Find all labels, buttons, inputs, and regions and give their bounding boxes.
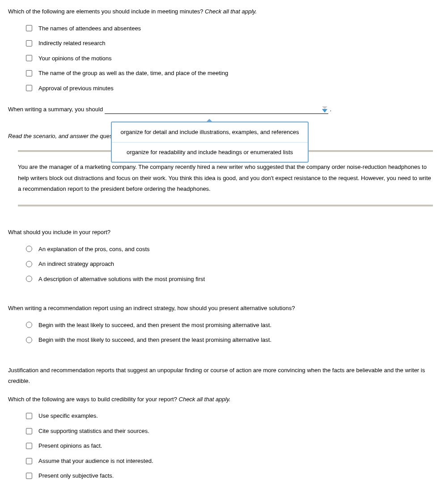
checkbox-icon[interactable] [26,473,32,479]
option-label: An indirect strategy approach [38,260,114,269]
dropdown-option[interactable]: organize for detail and include illustra… [112,122,308,142]
q3-option[interactable]: A description of alternative solutions w… [26,275,433,284]
q2-after: . [328,106,331,113]
q3-option[interactable]: An indirect strategy approach [26,260,433,269]
q1-text: Which of the following are elements you … [8,8,205,15]
option-label: The names of attendees and absentees [38,24,141,33]
q1-option[interactable]: The name of the group as well as the dat… [26,69,433,78]
q5-prompt: Which of the following are ways to build… [8,395,433,404]
q1-prompt: Which of the following are elements you … [8,7,433,16]
q1-option[interactable]: Indirectly related research [26,39,433,48]
checkbox-icon[interactable] [26,70,32,76]
radio-icon[interactable] [26,276,32,282]
q5-option[interactable]: Use specific examples. [26,412,433,420]
q5-options: Use specific examples. Cite supporting s… [26,412,433,480]
q4-option[interactable]: Begin with the least likely to succeed, … [26,321,433,330]
option-label: The name of the group as well as the dat… [38,69,228,78]
option-label: Begin with the most likely to succeed, a… [38,336,271,344]
q5-hint: Check all that apply. [179,396,231,403]
checkbox-icon[interactable] [26,55,32,61]
q5-text: Which of the following are ways to build… [8,396,179,403]
radio-icon[interactable] [26,337,32,343]
option-label: Use specific examples. [38,412,98,420]
q3-prompt: What should you include in your report? [8,228,433,237]
q2-prompt: When writing a summary, you should . [8,105,433,114]
checkbox-icon[interactable] [26,428,32,434]
q5-option[interactable]: Present only subjective facts. [26,471,433,480]
divider [18,205,433,206]
dropdown-option[interactable]: organize for readability and include hea… [112,142,308,162]
option-label: Cite supporting statistics and their sou… [38,427,149,436]
option-label: An explanation of the pros, cons, and co… [38,245,150,254]
option-label: Approval of previous minutes [38,84,114,93]
checkbox-icon[interactable] [26,85,32,91]
option-label: Indirectly related research [38,39,106,48]
q1-option[interactable]: Your opinions of the motions [26,54,433,63]
scenario-body: You are the manager of a marketing compa… [18,162,433,195]
q3-option[interactable]: An explanation of the pros, cons, and co… [26,245,433,254]
q1-option[interactable]: The names of attendees and absentees [26,24,433,33]
q4-prompt: When writing a recommendation report usi… [8,304,433,313]
q1-option[interactable]: Approval of previous minutes [26,84,433,93]
q5-option[interactable]: Present opinions as fact. [26,441,433,450]
option-label: Present opinions as fact. [38,441,102,450]
option-label: Present only subjective facts. [38,471,114,480]
radio-icon[interactable] [26,246,32,252]
q4-options: Begin with the least likely to succeed, … [26,321,433,344]
q1-hint: Check all that apply. [205,8,257,15]
option-label: A description of alternative solutions w… [38,275,205,284]
checkbox-icon[interactable] [26,40,32,46]
dropdown-arrow-icon[interactable] [322,109,327,113]
checkbox-icon[interactable] [26,458,32,464]
radio-icon[interactable] [26,261,32,267]
q3-options: An explanation of the pros, cons, and co… [26,245,433,284]
checkbox-icon[interactable] [26,25,32,31]
q5-option[interactable]: Assume that your audience is not interes… [26,457,433,466]
option-label: Begin with the least likely to succeed, … [38,321,271,330]
option-label: Assume that your audience is not interes… [38,457,153,466]
radio-icon[interactable] [26,322,32,328]
q5-intro: Justification and recommendation reports… [8,365,433,387]
option-label: Your opinions of the motions [38,54,112,63]
q1-options: The names of attendees and absentees Ind… [26,24,433,93]
checkbox-icon[interactable] [26,443,32,449]
q2-before: When writing a summary, you should [8,106,105,113]
q2-dropdown: organize for detail and include illustra… [111,122,309,163]
q4-option[interactable]: Begin with the most likely to succeed, a… [26,336,433,344]
q5-option[interactable]: Cite supporting statistics and their sou… [26,427,433,436]
q2-blank[interactable] [105,113,328,114]
checkbox-icon[interactable] [26,413,32,419]
